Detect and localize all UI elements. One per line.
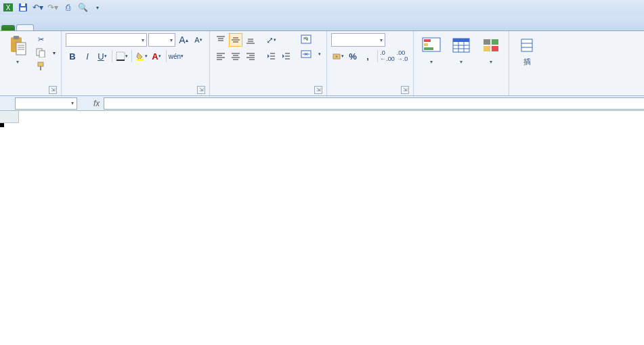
bold-button[interactable]: B — [66, 49, 79, 63]
font-name-combo[interactable]: ▾ — [66, 33, 147, 47]
format-painter-button[interactable] — [34, 60, 57, 72]
cond-format-icon — [421, 34, 442, 56]
cut-button[interactable]: ✂ — [34, 33, 57, 45]
ribbon: ▾ ✂ ▾ ⇲ ▾ ▾ A▴ A▾ B I U▾ — [0, 31, 644, 96]
partial-button[interactable]: 插 — [513, 33, 540, 68]
svg-rect-4 — [20, 7, 26, 11]
svg-rect-6 — [14, 36, 19, 39]
column-headers — [0, 111, 644, 123]
svg-rect-51 — [453, 39, 469, 42]
formula-input[interactable] — [104, 97, 644, 110]
launcher-icon[interactable]: ⇲ — [401, 86, 409, 94]
tab-insert[interactable] — [35, 25, 51, 30]
svg-rect-7 — [16, 43, 26, 55]
svg-rect-47 — [424, 39, 431, 42]
merge-icon — [301, 49, 312, 60]
paste-button[interactable]: ▾ — [4, 33, 31, 66]
copy-icon — [35, 47, 46, 58]
align-top-button[interactable] — [214, 33, 228, 47]
tab-home[interactable] — [16, 24, 34, 30]
chevron-down-icon: ▾ — [380, 37, 383, 43]
group-styles: ▾ ▾ ▾ — [414, 31, 509, 95]
svg-rect-49 — [424, 47, 433, 50]
comma-button[interactable]: , — [361, 49, 374, 63]
svg-text:X: X — [6, 4, 11, 12]
svg-rect-58 — [484, 46, 490, 51]
border-button[interactable]: ▾ — [115, 49, 129, 63]
align-left-button[interactable] — [214, 49, 228, 63]
tab-formula[interactable] — [70, 25, 87, 30]
decrease-decimal-button[interactable]: .00→.0 — [395, 49, 409, 63]
increase-decimal-button[interactable]: .0←.00 — [381, 49, 394, 63]
svg-rect-48 — [424, 43, 428, 46]
format-table-button[interactable]: ▾ — [448, 33, 475, 66]
preview-icon[interactable]: 🔍 — [77, 2, 88, 13]
wrap-text-button[interactable]: ab — [299, 33, 322, 45]
svg-rect-57 — [492, 39, 498, 45]
align-right-button[interactable] — [244, 49, 257, 63]
brush-icon — [35, 61, 46, 72]
shrink-font-button[interactable]: A▾ — [192, 33, 205, 47]
font-color-button[interactable]: A▾ — [150, 49, 163, 63]
number-format-combo[interactable]: ▾ — [331, 33, 385, 47]
undo-icon[interactable]: ↶▾ — [33, 2, 43, 13]
underline-button[interactable]: U▾ — [95, 49, 109, 63]
tab-review[interactable] — [106, 25, 122, 30]
spreadsheet-grid[interactable] — [0, 111, 644, 345]
fx-icon[interactable]: fx — [93, 99, 100, 108]
indent-increase-button[interactable] — [279, 49, 293, 63]
currency-button[interactable]: ▾ — [331, 49, 345, 63]
group-cut: 插 — [509, 31, 540, 95]
launcher-icon[interactable]: ⇲ — [314, 86, 322, 94]
copy-button[interactable]: ▾ — [34, 47, 57, 59]
select-all-corner[interactable] — [0, 111, 19, 123]
svg-rect-13 — [137, 59, 144, 61]
chevron-down-icon: ▾ — [318, 51, 321, 57]
indent-decrease-button[interactable] — [264, 49, 278, 63]
redo-icon[interactable]: ↷▾ — [47, 2, 58, 13]
paste-icon — [7, 34, 28, 56]
cell-styles-button[interactable]: ▾ — [477, 33, 505, 66]
svg-rect-56 — [484, 39, 490, 45]
tab-layout[interactable] — [53, 25, 69, 30]
chevron-down-icon: ▾ — [71, 100, 74, 106]
italic-button[interactable]: I — [81, 49, 94, 63]
qat-dropdown-icon[interactable]: ▾ — [92, 2, 103, 13]
svg-rect-11 — [116, 52, 125, 60]
svg-rect-9 — [39, 51, 45, 58]
tab-data[interactable] — [88, 25, 104, 30]
align-middle-button[interactable] — [229, 33, 242, 47]
conditional-format-button[interactable]: ▾ — [418, 33, 445, 66]
name-box[interactable]: ▾ — [15, 97, 77, 110]
align-center-button[interactable] — [229, 49, 242, 63]
table-format-icon — [450, 34, 472, 56]
scissors-icon: ✂ — [35, 34, 46, 45]
phonetic-button[interactable]: wén▾ — [169, 49, 183, 63]
cells-icon — [516, 34, 538, 56]
font-size-combo[interactable]: ▾ — [148, 33, 175, 47]
svg-rect-10 — [38, 62, 43, 66]
percent-button[interactable]: % — [346, 49, 360, 63]
save-icon[interactable] — [18, 2, 28, 13]
launcher-icon[interactable]: ⇲ — [49, 86, 57, 94]
merge-center-button[interactable]: ▾ — [299, 48, 322, 60]
fill-handle[interactable] — [0, 123, 3, 127]
align-bottom-button[interactable] — [244, 33, 257, 47]
group-alignment: ⤢▾ ab ▾ ⇲ — [210, 31, 327, 95]
grow-font-button[interactable]: A▴ — [177, 33, 190, 47]
tab-file[interactable] — [1, 25, 15, 30]
title-bar: X ↶▾ ↷▾ ⎙ 🔍 ▾ — [0, 0, 644, 15]
formula-bar: ▾ fx — [0, 96, 644, 111]
chevron-down-icon: ▾ — [142, 37, 144, 43]
fill-color-button[interactable]: ▾ — [135, 49, 148, 63]
svg-rect-60 — [521, 39, 532, 51]
orientation-button[interactable]: ⤢▾ — [264, 33, 278, 47]
print-icon[interactable]: ⎙ — [62, 2, 73, 13]
chevron-down-icon: ▾ — [170, 37, 173, 43]
chevron-down-icon: ▾ — [460, 59, 463, 65]
excel-icon: X — [3, 2, 14, 13]
ribbon-tabs — [0, 15, 644, 31]
tab-view[interactable] — [123, 25, 139, 30]
cell-style-icon — [480, 34, 502, 56]
launcher-icon[interactable]: ⇲ — [197, 86, 205, 94]
